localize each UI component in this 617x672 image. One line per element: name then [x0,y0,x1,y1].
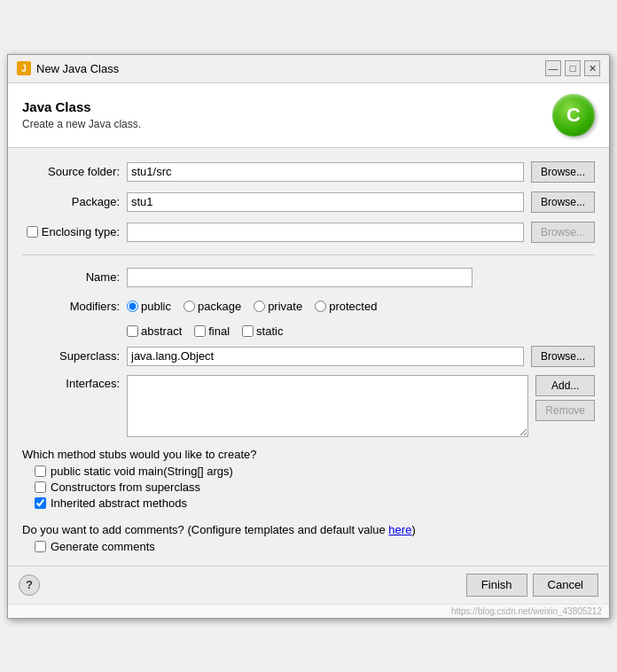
stubs-section: Which method stubs would you like to cre… [22,448,595,512]
comments-section: Do you want to add comments? (Configure … [22,523,595,553]
modifier-checkboxes-group: abstract final static [127,324,595,338]
header-title: Java Class [22,99,141,114]
name-label: Name: [22,270,120,284]
enclosing-type-input[interactable] [127,223,524,242]
modifier-static-label: static [256,324,283,338]
modifier-protected-label: protected [329,300,377,313]
modifier-package-item: package [184,300,241,313]
modifier-abstract-label: abstract [141,324,182,338]
package-browse-button[interactable]: Browse... [531,191,595,213]
name-input[interactable] [127,268,473,287]
stub-inherited-label: Inherited abstract methods [51,496,187,510]
modifier-private-item: private [254,300,302,313]
comments-text-after: ) [411,523,415,536]
stubs-title: Which method stubs would you like to cre… [22,448,595,461]
modifier-public-item: public [127,300,171,313]
stub-constructors-item: Constructors from superclass [35,481,595,494]
stub-main-item: public static void main(String[] args) [35,465,595,478]
generate-comments-item: Generate comments [35,540,595,553]
modifier-private-label: private [268,300,302,313]
watermark: https://blog.csdn.net/weixin_43805212 [8,604,609,618]
finish-button[interactable]: Finish [466,574,527,597]
interfaces-label: Interfaces: [22,375,120,390]
source-folder-label: Source folder: [22,165,120,178]
superclass-label: Superclass: [22,349,120,363]
bottom-right-buttons: Finish Cancel [466,574,598,597]
enclosing-type-browse-button[interactable]: Browse... [531,222,595,243]
source-folder-row: Source folder: Browse... [22,160,595,184]
modifiers-radio-group: public package private protected [127,300,595,313]
superclass-browse-button[interactable]: Browse... [531,346,595,367]
modifier-static-item: static [242,324,283,338]
modifier-final-label: final [208,324,230,338]
add-interface-button[interactable]: Add... [535,375,595,396]
package-input[interactable] [127,192,524,212]
modifier-public-radio[interactable] [127,301,138,312]
header-subtitle: Create a new Java class. [22,118,141,130]
bottom-bar: ? Finish Cancel [8,566,609,604]
source-folder-input[interactable] [127,162,524,182]
java-class-icon: J [17,61,31,75]
modifier-final-item: final [194,324,230,338]
enclosing-type-label: Enclosing type: [42,225,120,238]
modifier-abstract-checkbox[interactable] [127,325,138,337]
interfaces-buttons: Add... Remove [535,375,595,421]
close-button[interactable]: ✕ [584,60,600,76]
comments-text-before: Do you want to add comments? (Configure … [22,523,388,536]
title-bar: J New Java Class — □ ✕ [8,55,609,83]
stub-constructors-label: Constructors from superclass [51,481,200,494]
modifier-public-label: public [141,300,171,313]
modifier-private-radio[interactable] [254,301,265,312]
enclosing-type-row: Enclosing type: Browse... [22,221,595,244]
modifier-protected-radio[interactable] [315,301,326,312]
modifiers-row: Modifiers: public package private protec… [22,296,595,317]
title-bar-left: J New Java Class [17,61,119,75]
new-java-class-dialog: J New Java Class — □ ✕ Java Class Create… [7,54,610,619]
header-section: Java Class Create a new Java class. C [8,83,609,148]
maximize-button[interactable]: □ [565,60,581,76]
stub-main-label: public static void main(String[] args) [51,465,233,478]
generate-comments-checkbox[interactable] [35,541,46,552]
enclosing-type-checkbox[interactable] [27,226,38,238]
comments-here-link[interactable]: here [388,523,411,536]
stub-inherited-item: Inherited abstract methods [35,496,595,510]
remove-interface-button[interactable]: Remove [535,400,595,421]
name-row: Name: [22,266,595,289]
form-content: Source folder: Browse... Package: Browse… [8,148,609,566]
dialog-title: New Java Class [36,62,119,75]
superclass-row: Superclass: Browse... [22,345,595,368]
separator-1 [22,254,595,255]
modifiers-label: Modifiers: [22,300,120,313]
minimize-button[interactable]: — [545,60,561,76]
package-row: Package: Browse... [22,191,595,214]
comments-title: Do you want to add comments? (Configure … [22,523,595,536]
stub-constructors-checkbox[interactable] [35,481,46,493]
modifier-final-checkbox[interactable] [194,325,206,337]
interfaces-row: Interfaces: Add... Remove [22,375,595,437]
eclipse-logo: C [552,94,595,137]
help-button[interactable]: ? [19,574,40,596]
modifier-package-radio[interactable] [184,301,195,312]
stub-inherited-checkbox[interactable] [35,497,46,509]
superclass-input[interactable] [127,347,524,366]
modifier-static-checkbox[interactable] [242,325,254,337]
cancel-button[interactable]: Cancel [533,574,598,597]
package-label: Package: [22,195,120,208]
modifier-protected-item: protected [315,300,377,313]
header-text: Java Class Create a new Java class. [22,99,141,130]
stub-main-checkbox[interactable] [35,465,46,477]
window-controls: — □ ✕ [545,60,600,76]
source-folder-browse-button[interactable]: Browse... [531,161,595,183]
generate-comments-label: Generate comments [51,540,155,553]
modifier-package-label: package [198,300,241,313]
interfaces-input[interactable] [127,375,528,437]
modifier-abstract-item: abstract [127,324,182,338]
